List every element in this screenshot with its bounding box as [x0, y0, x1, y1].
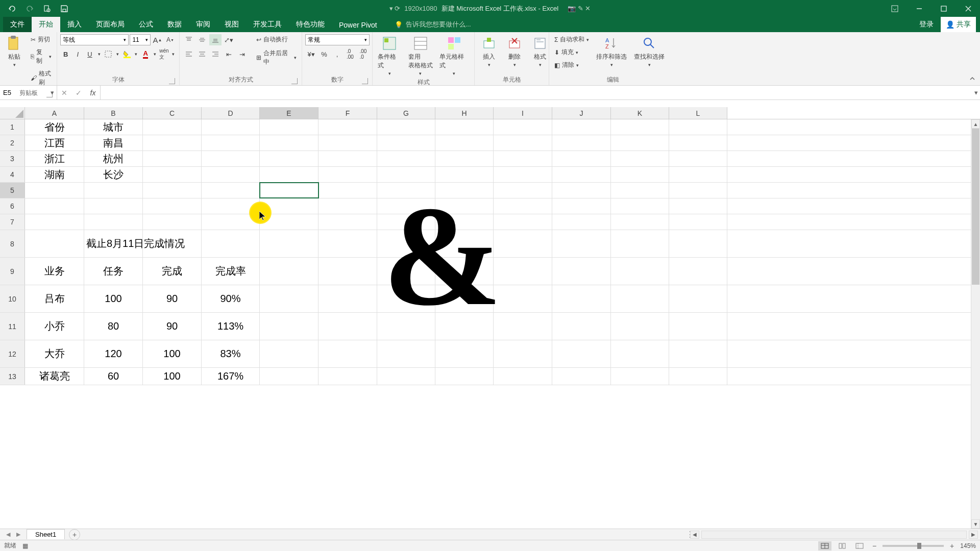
cell-I7[interactable]: [494, 214, 552, 230]
decrease-font-button[interactable]: A▼: [164, 34, 176, 45]
cell-D8[interactable]: [202, 230, 260, 257]
cell-E8[interactable]: [260, 230, 318, 257]
cell-E6[interactable]: [260, 198, 318, 214]
underline-button[interactable]: U: [84, 48, 95, 60]
vscroll-thumb[interactable]: [972, 129, 979, 285]
cell-L3[interactable]: [669, 151, 727, 166]
cell-H9[interactable]: [435, 258, 494, 285]
find-select-button[interactable]: 查找和选择▾: [632, 34, 667, 68]
cell-L9[interactable]: [669, 258, 727, 285]
cell-D2[interactable]: [202, 135, 260, 151]
cell-F4[interactable]: [318, 167, 377, 182]
cell-C6[interactable]: [143, 198, 202, 214]
cell-K1[interactable]: [611, 119, 669, 135]
cell-L13[interactable]: [669, 368, 727, 385]
phonetic-button[interactable]: wén文: [159, 48, 170, 60]
cell-K13[interactable]: [611, 368, 669, 385]
cell-D6[interactable]: [202, 198, 260, 214]
paste-button[interactable]: 粘贴▾: [3, 34, 26, 68]
insert-function-button[interactable]: fx: [86, 89, 100, 97]
cell-A1[interactable]: 省份: [25, 119, 84, 135]
merge-center-button[interactable]: ⊞合并后居中▾: [254, 48, 299, 67]
tell-me-box[interactable]: 💡告诉我您想要做什么...: [389, 17, 476, 32]
close-button[interactable]: [957, 0, 980, 17]
col-header-L[interactable]: L: [669, 107, 727, 119]
tab-data[interactable]: 数据: [160, 17, 189, 32]
cell-F11[interactable]: [318, 313, 377, 340]
vertical-scrollbar[interactable]: ▲ ▼: [971, 119, 980, 529]
align-bottom-button[interactable]: [209, 34, 222, 45]
hscroll-left-button[interactable]: ◀: [690, 531, 699, 539]
cell-H4[interactable]: [435, 167, 494, 182]
sheet-tab-1[interactable]: Sheet1: [27, 529, 65, 539]
cell-H11[interactable]: [435, 313, 494, 340]
font-color-button[interactable]: A: [140, 48, 151, 60]
increase-indent-button[interactable]: ⇥: [236, 48, 248, 60]
col-header-K[interactable]: K: [611, 107, 669, 119]
number-launcher[interactable]: [362, 78, 368, 84]
bold-button[interactable]: B: [60, 48, 71, 60]
cell-F6[interactable]: [318, 198, 377, 214]
format-painter-button[interactable]: 🖌格式刷: [29, 68, 54, 88]
cell-E1[interactable]: [260, 119, 318, 135]
cell-J4[interactable]: [552, 167, 611, 182]
cell-H8[interactable]: [435, 230, 494, 257]
fill-button[interactable]: ⬇填充▾: [552, 47, 591, 58]
cell-C13[interactable]: 100: [143, 368, 202, 385]
border-button[interactable]: [103, 48, 114, 60]
name-box[interactable]: E5▾: [0, 86, 57, 99]
col-header-F[interactable]: F: [318, 107, 377, 119]
cell-C9[interactable]: 完成: [143, 258, 202, 285]
cell-L10[interactable]: [669, 285, 727, 312]
cell-F1[interactable]: [318, 119, 377, 135]
cell-H10[interactable]: [435, 285, 494, 312]
cell-F10[interactable]: [318, 285, 377, 312]
cell-D11[interactable]: 113%: [202, 313, 260, 340]
zoom-in-button[interactable]: +: [948, 542, 956, 550]
minimize-button[interactable]: [908, 0, 931, 17]
cell-E13[interactable]: [260, 368, 318, 385]
cell-D12[interactable]: 83%: [202, 340, 260, 367]
tab-home[interactable]: 开始: [32, 17, 60, 32]
cell-D13[interactable]: 167%: [202, 368, 260, 385]
cell-F5[interactable]: [318, 183, 377, 198]
format-table-button[interactable]: 套用 表格格式▾: [406, 34, 434, 77]
cell-G7[interactable]: [377, 214, 435, 230]
clear-button[interactable]: ◧清除▾: [552, 60, 591, 70]
cell-E11[interactable]: [260, 313, 318, 340]
cell-G3[interactable]: [377, 151, 435, 166]
tab-special[interactable]: 特色功能: [289, 17, 332, 32]
cell-K5[interactable]: [611, 183, 669, 198]
zoom-thumb[interactable]: [917, 543, 921, 549]
row-header-7[interactable]: 7: [0, 214, 25, 230]
font-size-combo[interactable]: 11▾: [130, 34, 151, 45]
cell-I3[interactable]: [494, 151, 552, 166]
tab-pagelayout[interactable]: 页面布局: [89, 17, 132, 32]
cell-E3[interactable]: [260, 151, 318, 166]
cell-E4[interactable]: [260, 167, 318, 182]
cell-G13[interactable]: [377, 368, 435, 385]
sheet-nav-next[interactable]: ▶: [14, 531, 22, 539]
cell-J6[interactable]: [552, 198, 611, 214]
align-middle-button[interactable]: [196, 34, 208, 45]
number-format-combo[interactable]: 常规▾: [305, 34, 370, 45]
row-header-8[interactable]: 8: [0, 230, 25, 257]
col-header-D[interactable]: D: [202, 107, 260, 119]
tab-review[interactable]: 审阅: [189, 17, 217, 32]
cell-D7[interactable]: [202, 214, 260, 230]
cell-H3[interactable]: [435, 151, 494, 166]
cell-C7[interactable]: [143, 214, 202, 230]
cell-L6[interactable]: [669, 198, 727, 214]
cell-F2[interactable]: [318, 135, 377, 151]
ribbon-options-button[interactable]: [883, 0, 906, 17]
row-header-12[interactable]: 12: [0, 340, 25, 367]
row-header-5[interactable]: 5: [0, 183, 25, 198]
cell-B13[interactable]: 60: [84, 368, 143, 385]
fill-color-button[interactable]: [121, 48, 133, 60]
autosum-button[interactable]: Σ自动求和▾: [552, 34, 591, 45]
cell-L12[interactable]: [669, 340, 727, 367]
cell-J12[interactable]: [552, 340, 611, 367]
cell-E5[interactable]: [260, 183, 318, 198]
decrease-indent-button[interactable]: ⇤: [223, 48, 235, 60]
cell-C10[interactable]: 90: [143, 285, 202, 312]
